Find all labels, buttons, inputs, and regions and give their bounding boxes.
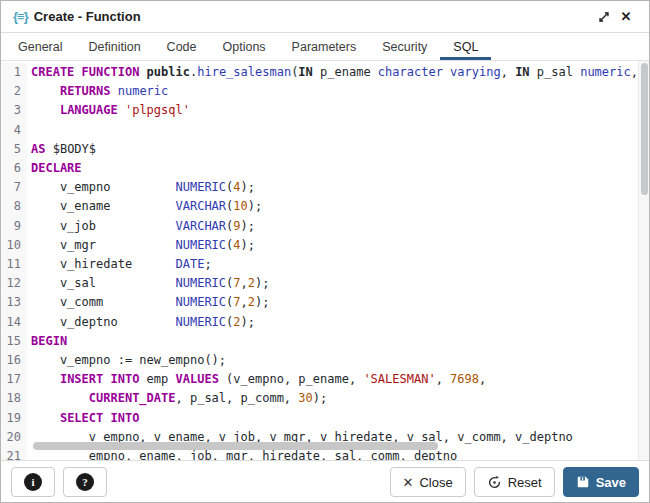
code-area[interactable]: 1CREATE FUNCTION public.hire_salesman(IN… <box>1 61 649 460</box>
line-number: 3 <box>1 101 27 120</box>
reset-icon <box>487 475 502 490</box>
line-number: 19 <box>1 409 27 428</box>
horizontal-scrollbar[interactable] <box>27 442 637 450</box>
line-number: 8 <box>1 197 27 216</box>
line-number: 20 <box>1 428 27 447</box>
code-line[interactable]: 10 v_mgr NUMERIC(4); <box>1 236 649 255</box>
code-line[interactable]: 16 v_empno := new_empno(); <box>1 351 649 370</box>
dialog-footer: i ? ✕ Close Reset <box>1 460 649 503</box>
line-content: v_deptno NUMERIC(2); <box>27 313 255 332</box>
tab-code[interactable]: Code <box>154 33 210 60</box>
save-button-label: Save <box>596 475 626 490</box>
code-line[interactable]: 14 v_deptno NUMERIC(2); <box>1 313 649 332</box>
line-content: v_mgr NUMERIC(4); <box>27 236 255 255</box>
function-icon: {≡} <box>13 9 28 24</box>
line-content: BEGIN <box>27 332 67 351</box>
line-content: v_ename VARCHAR(10); <box>27 197 262 216</box>
code-line[interactable]: 17 INSERT INTO emp VALUES (v_empno, p_en… <box>1 370 649 389</box>
maximize-icon[interactable] <box>593 6 615 28</box>
line-content: v_hiredate DATE; <box>27 255 212 274</box>
line-content <box>27 121 38 140</box>
close-button-label: Close <box>419 475 452 490</box>
info-button[interactable]: i <box>11 467 55 497</box>
line-number: 2 <box>1 82 27 101</box>
code-line[interactable]: 15BEGIN <box>1 332 649 351</box>
code-line[interactable]: 11 v_hiredate DATE; <box>1 255 649 274</box>
dialog-titlebar: {≡} Create - Function ✕ <box>1 1 649 33</box>
save-button[interactable]: Save <box>563 467 639 497</box>
line-number: 15 <box>1 332 27 351</box>
code-line[interactable]: 13 v_comm NUMERIC(7,2); <box>1 293 649 312</box>
code-line[interactable]: 4 <box>1 121 649 140</box>
line-number: 6 <box>1 159 27 178</box>
line-number: 5 <box>1 140 27 159</box>
tab-definition[interactable]: Definition <box>75 33 153 60</box>
save-icon <box>576 475 590 489</box>
line-number: 13 <box>1 293 27 312</box>
line-content: v_comm NUMERIC(7,2); <box>27 293 269 312</box>
line-content: v_empno NUMERIC(4); <box>27 178 255 197</box>
line-content: CREATE FUNCTION public.hire_salesman(IN … <box>27 63 649 82</box>
line-content: SELECT INTO <box>27 409 139 428</box>
code-line[interactable]: 1CREATE FUNCTION public.hire_salesman(IN… <box>1 63 649 82</box>
code-line[interactable]: 19 SELECT INTO <box>1 409 649 428</box>
line-number: 1 <box>1 63 27 82</box>
code-line[interactable]: 8 v_ename VARCHAR(10); <box>1 197 649 216</box>
code-line[interactable]: 5AS $BODY$ <box>1 140 649 159</box>
vertical-scrollbar-thumb[interactable] <box>641 63 648 195</box>
create-function-dialog: {≡} Create - Function ✕ GeneralDefinitio… <box>0 0 650 503</box>
code-line[interactable]: 7 v_empno NUMERIC(4); <box>1 178 649 197</box>
line-content: LANGUAGE 'plpgsql' <box>27 101 190 120</box>
code-line[interactable]: 9 v_job VARCHAR(9); <box>1 217 649 236</box>
code-line[interactable]: 18 CURRENT_DATE, p_sal, p_comm, 30); <box>1 389 649 408</box>
info-icon: i <box>24 473 42 491</box>
vertical-scrollbar[interactable] <box>638 61 649 460</box>
line-content: v_job VARCHAR(9); <box>27 217 255 236</box>
reset-button[interactable]: Reset <box>474 467 555 497</box>
sql-editor[interactable]: 1CREATE FUNCTION public.hire_salesman(IN… <box>1 61 649 460</box>
help-button[interactable]: ? <box>63 467 107 497</box>
line-number: 12 <box>1 274 27 293</box>
line-content: RETURNS numeric <box>27 82 168 101</box>
line-number: 16 <box>1 351 27 370</box>
tab-general[interactable]: General <box>5 33 75 60</box>
line-content: v_sal NUMERIC(7,2); <box>27 274 269 293</box>
close-icon[interactable]: ✕ <box>615 6 637 28</box>
tab-sql[interactable]: SQL <box>440 33 491 60</box>
tab-security[interactable]: Security <box>369 33 440 60</box>
code-line[interactable]: 2 RETURNS numeric <box>1 82 649 101</box>
line-number: 21 <box>1 447 27 460</box>
line-content: v_empno := new_empno(); <box>27 351 226 370</box>
code-line[interactable]: 6DECLARE <box>1 159 649 178</box>
line-content: DECLARE <box>27 159 82 178</box>
close-button-icon: ✕ <box>403 475 414 490</box>
line-number: 11 <box>1 255 27 274</box>
line-number: 17 <box>1 370 27 389</box>
tab-bar: GeneralDefinitionCodeOptionsParametersSe… <box>1 33 649 61</box>
line-content: CURRENT_DATE, p_sal, p_comm, 30); <box>27 389 327 408</box>
line-number: 10 <box>1 236 27 255</box>
reset-button-label: Reset <box>508 475 542 490</box>
tab-options[interactable]: Options <box>210 33 279 60</box>
close-button[interactable]: ✕ Close <box>390 467 466 497</box>
line-number: 7 <box>1 178 27 197</box>
line-number: 18 <box>1 389 27 408</box>
line-content: INSERT INTO emp VALUES (v_empno, p_ename… <box>27 370 486 389</box>
code-line[interactable]: 12 v_sal NUMERIC(7,2); <box>1 274 649 293</box>
line-number: 14 <box>1 313 27 332</box>
line-number: 4 <box>1 121 27 140</box>
horizontal-scrollbar-thumb[interactable] <box>33 442 438 450</box>
tab-parameters[interactable]: Parameters <box>279 33 370 60</box>
line-number: 9 <box>1 217 27 236</box>
line-content: AS $BODY$ <box>27 140 96 159</box>
dialog-title: Create - Function <box>34 9 141 24</box>
help-icon: ? <box>76 473 94 491</box>
code-line[interactable]: 3 LANGUAGE 'plpgsql' <box>1 101 649 120</box>
